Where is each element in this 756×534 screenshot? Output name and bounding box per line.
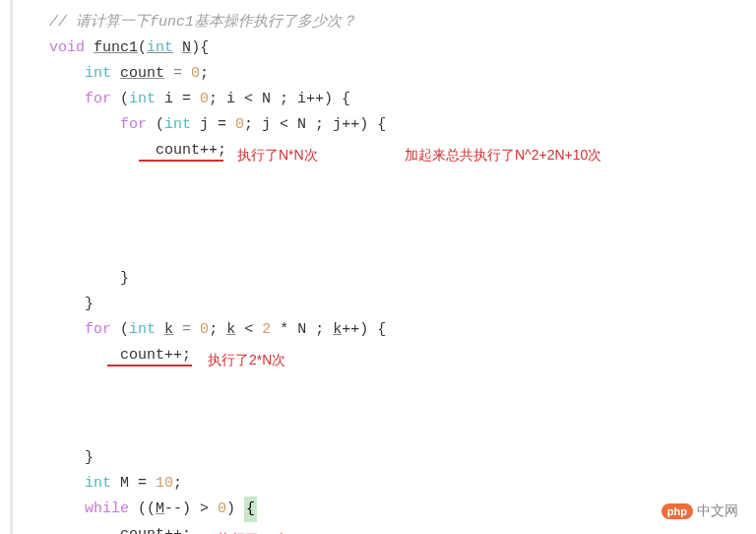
for-k: for (int k = 0; k < 2 * N ; k++) { (23, 317, 746, 343)
num-0: 0 (200, 321, 209, 338)
type-int: int (147, 39, 173, 56)
brace-close-i: } (23, 292, 746, 317)
type-int: int (85, 475, 111, 492)
semi: ; (209, 321, 226, 338)
cond: ; i < N ; i++) { (209, 91, 350, 107)
kw-for: for (120, 116, 147, 133)
var-j: j = (191, 116, 235, 133)
type-int: int (85, 65, 111, 82)
watermark-badge: php (662, 503, 693, 519)
brace: } (85, 449, 94, 466)
paren: ( (147, 116, 164, 133)
sp (156, 321, 164, 338)
cond: ; j < N ; j++) { (244, 116, 386, 133)
num-0: 0 (218, 501, 226, 517)
count-inc-1: count++; 执行了N*N次 加起来总共执行了N^2+2N+10次 (23, 138, 746, 266)
underline-2 (107, 365, 192, 367)
var-count: count (120, 65, 164, 82)
lt: < (235, 321, 262, 338)
paren: (( (129, 501, 156, 517)
brace: } (85, 296, 94, 312)
stmt: count++; (156, 142, 226, 159)
watermark-text: 中文网 (697, 502, 738, 520)
annotation-10: 执行了10次 (218, 526, 288, 534)
while-m: while ((M--) > 0) { (23, 497, 746, 522)
brace-highlight: { (244, 497, 257, 522)
rest: * N ; (271, 321, 333, 338)
kw-void: void (49, 39, 85, 56)
var-m: M (156, 501, 164, 517)
dec: --) > (164, 501, 218, 517)
var-k: k (164, 321, 173, 338)
var-m: M = (111, 475, 156, 492)
brace-close-k: } (23, 445, 746, 471)
paren: ( (111, 91, 129, 107)
brace: } (120, 270, 129, 287)
num-0: 0 (200, 91, 209, 107)
num-0: 0 (191, 65, 200, 82)
paren: ( (111, 321, 129, 338)
type-int: int (164, 116, 191, 133)
num-2: 2 (262, 321, 271, 338)
decl-count: int count = 0; (23, 61, 746, 87)
code-block: // 请计算一下func1基本操作执行了多少次？ void func1(int … (10, 0, 756, 534)
inc: ++) { (342, 321, 386, 338)
param-n: N (182, 39, 191, 56)
semi: ; (200, 65, 209, 82)
kw-while: while (85, 501, 129, 517)
for-j: for (int j = 0; j < N ; j++) { (23, 112, 746, 138)
var-k: k (333, 321, 342, 338)
fn-signature: void func1(int N){ (23, 35, 746, 61)
annotation-total: 加起来总共执行了N^2+2N+10次 (405, 142, 601, 167)
stmt: count++; (120, 347, 191, 364)
paren-close: ) (191, 39, 200, 56)
annotation-nn: 执行了N*N次 (237, 142, 318, 167)
brace-close-j: } (23, 266, 746, 292)
count-inc-2: count++; 执行了2*N次 (23, 343, 746, 445)
kw-for: for (85, 91, 111, 107)
comment-text: // 请计算一下func1基本操作执行了多少次？ (49, 14, 356, 31)
paren-close: ) (226, 501, 244, 517)
kw-for: for (85, 321, 111, 338)
code-comment: // 请计算一下func1基本操作执行了多少次？ (23, 10, 746, 35)
eq: = (164, 65, 191, 82)
var-i: i = (156, 91, 200, 107)
type-int: int (129, 321, 156, 338)
brace-open: { (200, 39, 209, 56)
decl-m: int M = 10; (23, 471, 746, 497)
num-0: 0 (235, 116, 244, 133)
fn-name: func1 (94, 39, 138, 56)
eq: = (173, 321, 200, 338)
count-inc-3: count++; 执行了10次 (23, 522, 746, 534)
watermark: php 中文网 (662, 502, 738, 520)
underline-1 (139, 160, 223, 162)
stmt: count++; (120, 526, 191, 534)
semi: ; (173, 475, 182, 492)
type-int: int (129, 91, 156, 107)
for-i: for (int i = 0; i < N ; i++) { (23, 87, 746, 112)
var-k: k (226, 321, 235, 338)
annotation-2n: 执行了2*N次 (208, 347, 285, 372)
paren-open: ( (138, 39, 147, 56)
num-10: 10 (156, 475, 173, 492)
